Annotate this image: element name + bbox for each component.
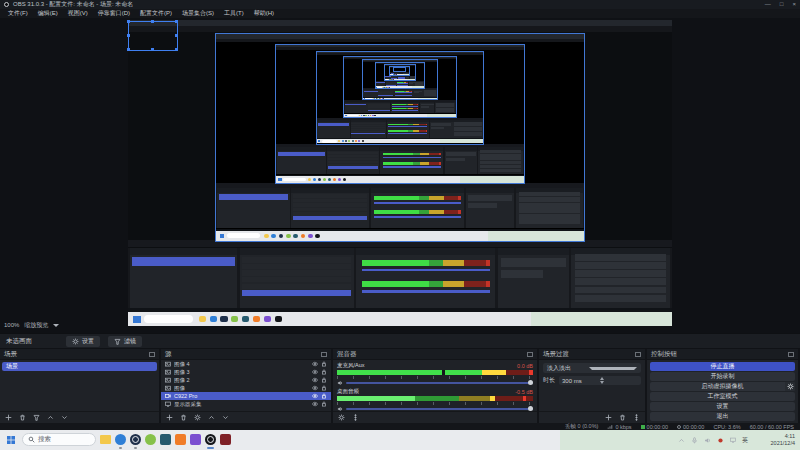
trash-icon[interactable]: [19, 414, 26, 421]
popout-icon[interactable]: [321, 352, 327, 357]
selection-handle[interactable]: [127, 20, 130, 23]
control-button-5[interactable]: 退出: [650, 412, 795, 421]
control-button-1[interactable]: 开始录制: [650, 372, 795, 381]
add-icon[interactable]: [166, 414, 173, 421]
menu-item-4[interactable]: 配置文件(P): [135, 9, 177, 18]
gear-icon[interactable]: [338, 414, 345, 421]
steam-taskbar-icon[interactable]: [130, 434, 141, 445]
minimize-button[interactable]: —: [765, 0, 771, 9]
selection-handle[interactable]: [151, 20, 154, 23]
control-button-0[interactable]: 停止直播: [650, 362, 795, 371]
chevron-up-icon[interactable]: [678, 437, 685, 444]
source-filters-button[interactable]: 滤镜: [108, 336, 142, 347]
volume-slider[interactable]: [346, 408, 533, 410]
taskbar-search-input[interactable]: 搜索: [22, 433, 96, 446]
lock-icon[interactable]: [321, 385, 327, 391]
eye-icon[interactable]: [312, 385, 318, 391]
menu-item-0[interactable]: 文件(F): [3, 9, 33, 18]
source-row-5[interactable]: 显示器采集: [161, 400, 331, 408]
mini-dock-header: [356, 248, 495, 256]
add-icon[interactable]: [605, 414, 612, 421]
transitions-dock: 场景过渡 淡入淡出 时长 300 ms: [539, 349, 645, 423]
meter-segment: [459, 396, 490, 401]
source-row-1[interactable]: 图像 3: [161, 368, 331, 376]
mic-icon[interactable]: [691, 437, 698, 444]
lock-icon[interactable]: [321, 401, 327, 407]
menu-item-1[interactable]: 编辑(E): [33, 9, 63, 18]
app-green-taskbar-icon[interactable]: [145, 434, 156, 445]
menu-item-7[interactable]: 帮助(H): [249, 9, 279, 18]
volume-slider-knob[interactable]: [528, 380, 533, 385]
source-row-3[interactable]: 图像: [161, 384, 331, 392]
app-purple-taskbar-icon[interactable]: [190, 434, 201, 445]
menu-item-3[interactable]: 停靠窗口(D): [93, 9, 135, 18]
windows-start-button[interactable]: [6, 435, 16, 445]
down-icon[interactable]: [222, 414, 229, 421]
speaker-icon[interactable]: [337, 380, 343, 386]
volume-slider[interactable]: [346, 382, 533, 384]
kebab-icon[interactable]: [633, 414, 640, 421]
input-method-indicator[interactable]: 英: [742, 436, 748, 445]
eye-icon[interactable]: [312, 361, 318, 367]
obs-studio-taskbar-icon[interactable]: [205, 434, 216, 445]
selection-handle[interactable]: [175, 20, 178, 23]
trash-icon[interactable]: [180, 414, 187, 421]
kebab-icon[interactable]: [352, 414, 359, 421]
source-selection-box[interactable]: [128, 21, 178, 51]
duration-spinbox[interactable]: 300 ms: [559, 376, 641, 385]
volume-icon[interactable]: [704, 437, 711, 444]
app-orange-taskbar-icon[interactable]: [175, 434, 186, 445]
filter-icon[interactable]: [33, 414, 40, 421]
control-button-3[interactable]: 工作室模式: [650, 392, 795, 401]
menu-item-6[interactable]: 工具(T): [219, 9, 249, 18]
add-icon[interactable]: [5, 414, 12, 421]
popout-icon[interactable]: [527, 352, 533, 357]
lock-icon[interactable]: [321, 377, 327, 383]
trash-icon[interactable]: [619, 414, 626, 421]
scene-list-item[interactable]: 场景: [2, 362, 157, 371]
up-icon[interactable]: [208, 414, 215, 421]
down-icon[interactable]: [61, 414, 68, 421]
file-explorer-taskbar-icon[interactable]: [100, 435, 111, 444]
lock-icon[interactable]: [321, 369, 327, 375]
source-properties-button[interactable]: 设置: [66, 336, 100, 347]
gear-icon[interactable]: [194, 414, 201, 421]
virtual-camera-config-button[interactable]: [785, 382, 795, 391]
source-row-4[interactable]: C922 Pro: [161, 392, 331, 400]
lock-icon[interactable]: [321, 393, 327, 399]
app-teal-taskbar-icon[interactable]: [160, 434, 171, 445]
eye-icon[interactable]: [312, 377, 318, 383]
close-button[interactable]: ×: [792, 0, 796, 9]
popout-icon[interactable]: [635, 352, 641, 357]
maximize-button[interactable]: □: [780, 0, 784, 9]
control-button-4[interactable]: 设置: [650, 402, 795, 411]
transition-select[interactable]: 淡入淡出: [543, 363, 641, 373]
record-dot-icon[interactable]: [717, 437, 724, 444]
selection-handle[interactable]: [175, 34, 178, 37]
eye-icon[interactable]: [312, 369, 318, 375]
selection-handle[interactable]: [151, 48, 154, 51]
app-darkred-taskbar-icon[interactable]: [220, 434, 231, 445]
control-button-2[interactable]: 启动虚拟摄像机: [650, 382, 795, 391]
display-icon[interactable]: [730, 437, 736, 443]
edge-browser-taskbar-icon[interactable]: [115, 434, 126, 445]
menu-item-5[interactable]: 场景集合(S): [177, 9, 219, 18]
eye-icon[interactable]: [312, 401, 318, 407]
preview-canvas[interactable]: [128, 20, 672, 326]
spinner-arrows-icon[interactable]: [600, 377, 638, 384]
preview-zoom-control[interactable]: 100% 缩放预览: [4, 320, 59, 330]
preview-area[interactable]: 100% 缩放预览: [0, 18, 800, 333]
source-row-0[interactable]: 图像 4: [161, 360, 331, 368]
taskbar-clock[interactable]: 4:11 2021/12/4: [771, 433, 795, 447]
lock-icon[interactable]: [321, 361, 327, 367]
selection-handle[interactable]: [127, 34, 130, 37]
menu-item-2[interactable]: 视图(V): [63, 9, 93, 18]
popout-icon[interactable]: [149, 352, 155, 357]
popout-icon[interactable]: [788, 352, 794, 357]
eye-icon[interactable]: [312, 393, 318, 399]
source-row-2[interactable]: 图像 2: [161, 376, 331, 384]
selection-handle[interactable]: [127, 48, 130, 51]
up-icon[interactable]: [47, 414, 54, 421]
volume-slider-knob[interactable]: [528, 406, 533, 411]
selection-handle[interactable]: [175, 48, 178, 51]
